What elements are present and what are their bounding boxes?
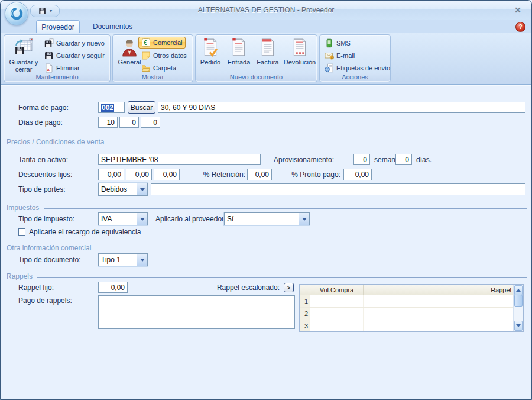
ribbon-group-mostrar: General € Comercial Otros datos — [112, 34, 193, 82]
folder-icon — [141, 63, 151, 73]
email-icon: @ — [325, 51, 334, 60]
chevron-down-icon — [299, 213, 309, 225]
dias-pago-label: Días de pago: — [18, 118, 63, 127]
aplicarlo-select[interactable]: Sí — [224, 212, 310, 225]
retencion-value: 0,00 — [255, 170, 269, 179]
tab-documentos[interactable]: Documentos — [85, 20, 141, 33]
svg-text:x: x — [47, 67, 50, 72]
scroll-up-button[interactable] — [514, 285, 523, 295]
email-button[interactable]: @ E-mail — [322, 50, 357, 61]
grid-corner-cell[interactable] — [300, 285, 310, 295]
help-icon: ? — [518, 24, 522, 30]
grid-header-volcompra[interactable]: Vol.Compra — [310, 285, 364, 295]
descuento-input-2[interactable]: 0,00 — [126, 169, 152, 180]
combo-value: Sí — [225, 213, 299, 225]
grid-row-number[interactable]: 1 — [300, 295, 310, 307]
forma-pago-code-value: 002 — [101, 104, 114, 112]
ribbon-group-mantenimiento: Guardar y cerrar Guardar y nuevo — [4, 34, 111, 82]
window-title: ALTERNATIVAS DE GESTION - Proveedor — [72, 6, 460, 14]
grid-cell-rappel[interactable] — [364, 320, 514, 332]
grid-cell-rappel[interactable] — [364, 308, 514, 320]
scroll-thumb[interactable] — [514, 295, 523, 307]
tipo-documento-select[interactable]: Tipo 1 — [98, 253, 148, 266]
factura-button[interactable]: Factura — [254, 38, 282, 72]
devolucion-button[interactable]: Devolución — [283, 38, 317, 72]
sms-phone-icon — [325, 38, 334, 48]
forma-pago-descripcion-field[interactable]: 30, 60 Y 90 DIAS — [158, 102, 525, 113]
save-icon — [38, 7, 47, 15]
recargo-checkbox[interactable] — [18, 228, 25, 236]
carpeta-button[interactable]: Carpeta — [139, 62, 179, 73]
sms-button[interactable]: SMS — [322, 37, 353, 49]
app-orb-button[interactable] — [5, 2, 28, 25]
scroll-down-button[interactable] — [514, 321, 523, 331]
ribbon-button-label: Pedido — [200, 59, 220, 66]
dias-label: días. — [416, 156, 432, 164]
close-icon: ✕ — [514, 5, 521, 15]
save-close-icon — [14, 38, 34, 58]
otros-datos-button[interactable]: Otros datos — [139, 50, 189, 61]
tipo-impuesto-select[interactable]: IVA — [98, 212, 148, 225]
comercial-button[interactable]: € Comercial — [138, 37, 186, 49]
rappel-grid: Vol.Compra Rappel 1 2 3 — [299, 284, 524, 332]
aprovisionamiento-semanas-input[interactable]: 0 — [353, 154, 370, 165]
pedido-button[interactable]: Pedido — [197, 38, 224, 72]
ribbon-button-label: Eliminar — [56, 64, 80, 72]
descuento-input-3[interactable]: 0,00 — [154, 169, 180, 180]
quick-access-toolbar[interactable]: ▾ — [30, 5, 60, 17]
forma-pago-code-input[interactable]: 002 — [98, 102, 125, 113]
grid-header-rappel[interactable]: Rappel — [364, 285, 514, 295]
guardar-y-nuevo-button[interactable]: Guardar y nuevo — [42, 37, 107, 49]
ribbon-group-label: Nuevo documento — [196, 73, 316, 81]
pronto-pago-input[interactable]: 0,00 — [343, 169, 372, 180]
grid-cell-volcompra[interactable] — [310, 295, 364, 307]
retencion-input[interactable]: 0,00 — [247, 169, 272, 180]
dias-pago-input-1[interactable]: 10 — [98, 117, 118, 128]
ribbon-button-label: Etiquetas de envío — [336, 64, 390, 72]
grid-cell-volcompra[interactable] — [310, 308, 364, 320]
ribbon-button-label: Factura — [257, 59, 278, 66]
tarifa-input[interactable]: SEPTIEMBRE '08 — [98, 154, 261, 165]
descuento-input-1[interactable]: 0,00 — [98, 169, 124, 180]
tab-proveedor[interactable]: Proveedor — [36, 20, 80, 33]
entry-document-icon — [230, 38, 248, 57]
help-button[interactable]: ? — [515, 22, 525, 32]
rappel-fijo-input[interactable]: 0,00 — [98, 282, 128, 293]
aprovisionamiento-label: Aprovisionamiento: — [274, 156, 334, 164]
tipo-documento-label: Tipo de documento: — [18, 256, 81, 264]
semanas-value: 0 — [363, 156, 367, 164]
grid-row-number[interactable]: 3 — [300, 320, 310, 332]
section-title: Rappels — [7, 272, 33, 280]
eliminar-button[interactable]: x Eliminar — [42, 62, 82, 73]
save-new-icon — [44, 38, 54, 48]
buscar-button[interactable]: Buscar — [128, 101, 155, 114]
guardar-y-cerrar-button[interactable]: Guardar y cerrar — [6, 37, 41, 73]
shipping-label-icon — [325, 63, 334, 73]
buscar-button-label: Buscar — [131, 104, 153, 112]
pago-rappels-textarea[interactable] — [98, 295, 295, 329]
grid-scrollbar[interactable] — [513, 285, 523, 331]
grid-row-number[interactable]: 2 — [300, 308, 310, 320]
ribbon-group-label: Mantenimiento — [5, 73, 109, 81]
section-precios: Precios / Condiciones de venta — [7, 138, 527, 146]
portes-label: Tipo de portes: — [18, 185, 66, 193]
dias-pago-input-2[interactable]: 0 — [119, 117, 139, 128]
grid-row: 3 — [300, 320, 514, 332]
rappel-escalonado-expand-button[interactable]: > — [284, 283, 294, 292]
tarifa-value: SEPTIEMBRE '08 — [101, 156, 158, 164]
ribbon-button-label: E-mail — [336, 52, 355, 59]
dias-pago-input-3[interactable]: 0 — [141, 117, 160, 128]
portes-detalle-input[interactable] — [151, 183, 525, 195]
portes-select[interactable]: Debidos — [98, 183, 148, 196]
aprovisionamiento-dias-input[interactable]: 0 — [395, 154, 412, 165]
grid-cell-volcompra[interactable] — [310, 320, 364, 332]
grid-cell-rappel[interactable] — [364, 295, 514, 307]
combo-value: Tipo 1 — [99, 254, 137, 266]
etiquetas-envio-button[interactable]: Etiquetas de envío — [322, 62, 392, 73]
guardar-y-seguir-button[interactable]: Guardar y seguir — [42, 50, 107, 61]
entrada-button[interactable]: Entrada — [225, 38, 253, 72]
ribbon-button-label: Carpeta — [153, 64, 176, 72]
forma-pago-descripcion-value: 30, 60 Y 90 DIAS — [161, 104, 215, 112]
close-button[interactable]: ✕ — [511, 4, 524, 16]
ribbon-button-label: Guardar y seguir — [56, 52, 105, 59]
